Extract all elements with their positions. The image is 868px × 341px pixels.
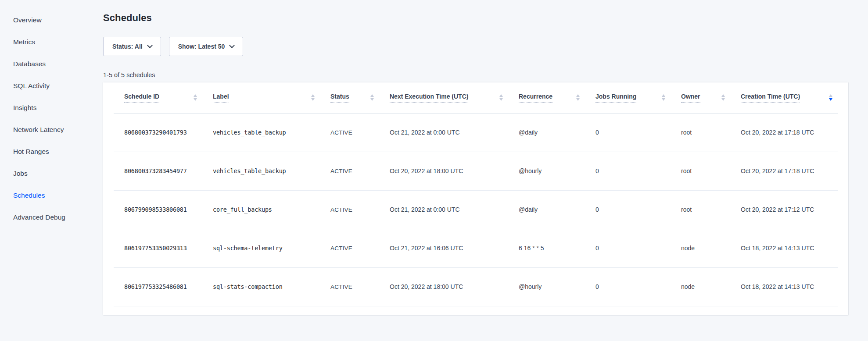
cell-recurrence: @daily bbox=[508, 190, 585, 229]
column-label: Creation Time (UTC) bbox=[741, 93, 800, 103]
cell-schedule-id: 806197753325486081 bbox=[114, 267, 202, 306]
cell-owner: node bbox=[671, 267, 730, 306]
cell-status: ACTIVE bbox=[320, 229, 379, 267]
sort-icon bbox=[576, 94, 580, 101]
cell-recurrence: @daily bbox=[508, 113, 585, 152]
cell-status: ACTIVE bbox=[320, 190, 379, 229]
column-header-owner[interactable]: Owner bbox=[671, 82, 730, 113]
sort-up-arrow bbox=[829, 94, 832, 97]
sort-down-arrow bbox=[721, 98, 725, 101]
cell-recurrence: 6 16 * * 5 bbox=[508, 229, 585, 267]
column-header-status[interactable]: Status bbox=[320, 82, 379, 113]
column-header-label[interactable]: Label bbox=[202, 82, 320, 113]
sort-up-arrow bbox=[721, 94, 725, 97]
table-row: 806197753350029313sql-schema-telemetryAC… bbox=[114, 229, 838, 267]
sort-icon bbox=[370, 94, 374, 101]
sort-up-arrow bbox=[499, 94, 503, 97]
sidebar-item-schedules[interactable]: Schedules bbox=[13, 185, 97, 206]
cell-recurrence: @hourly bbox=[508, 152, 585, 190]
table-row: 806800373283454977vehicles_table_backupA… bbox=[114, 152, 838, 190]
show-filter-dropdown[interactable]: Show: Latest 50 bbox=[169, 37, 244, 56]
cell-next-execution-time: Oct 20, 2022 at 18:00 UTC bbox=[379, 152, 508, 190]
cell-jobs-running: 0 bbox=[585, 113, 671, 152]
page-title: Schedules bbox=[103, 13, 848, 23]
sidebar-item-insights[interactable]: Insights bbox=[13, 97, 97, 119]
cell-creation-time: Oct 20, 2022 at 17:18 UTC bbox=[730, 113, 838, 152]
cell-label: core_full_backups bbox=[202, 190, 320, 229]
sort-down-arrow bbox=[576, 98, 580, 101]
sort-icon bbox=[829, 94, 832, 101]
cell-jobs-running: 0 bbox=[585, 190, 671, 229]
sort-down-arrow bbox=[662, 98, 665, 101]
sidebar-item-databases[interactable]: Databases bbox=[13, 53, 97, 75]
schedules-card: Schedule IDLabelStatusNext Execution Tim… bbox=[103, 82, 848, 315]
column-label: Owner bbox=[681, 93, 700, 103]
cell-label: sql-schema-telemetry bbox=[202, 229, 320, 267]
cell-status: ACTIVE bbox=[320, 152, 379, 190]
column-label: Status bbox=[330, 93, 349, 103]
cell-label: vehicles_table_backup bbox=[202, 152, 320, 190]
sort-down-arrow bbox=[829, 98, 832, 101]
status-filter-dropdown[interactable]: Status: All bbox=[103, 37, 161, 56]
main-content: Schedules Status: All Show: Latest 50 1-… bbox=[103, 0, 848, 315]
cell-schedule-id: 806800373290401793 bbox=[114, 113, 202, 152]
cell-schedule-id: 806799098533806081 bbox=[114, 190, 202, 229]
sort-icon bbox=[311, 94, 315, 101]
column-label: Recurrence bbox=[519, 93, 552, 103]
cell-creation-time: Oct 20, 2022 at 17:12 UTC bbox=[730, 190, 838, 229]
cell-creation-time: Oct 20, 2022 at 17:18 UTC bbox=[730, 152, 838, 190]
cell-recurrence: @hourly bbox=[508, 267, 585, 306]
cell-jobs-running: 0 bbox=[585, 229, 671, 267]
sidebar-item-advanced-debug[interactable]: Advanced Debug bbox=[13, 206, 97, 228]
table-row: 806799098533806081core_full_backupsACTIV… bbox=[114, 190, 838, 229]
cell-status: ACTIVE bbox=[320, 113, 379, 152]
cell-jobs-running: 0 bbox=[585, 267, 671, 306]
sort-down-arrow bbox=[194, 98, 197, 101]
column-header-next-execution-time-utc[interactable]: Next Execution Time (UTC) bbox=[379, 82, 508, 113]
cell-creation-time: Oct 18, 2022 at 14:13 UTC bbox=[730, 267, 838, 306]
cell-creation-time: Oct 18, 2022 at 14:13 UTC bbox=[730, 229, 838, 267]
column-label: Next Execution Time (UTC) bbox=[390, 93, 468, 103]
cell-owner: root bbox=[671, 113, 730, 152]
table-header-row: Schedule IDLabelStatusNext Execution Tim… bbox=[114, 82, 838, 113]
column-header-jobs-running[interactable]: Jobs Running bbox=[585, 82, 671, 113]
sort-up-arrow bbox=[311, 94, 315, 97]
sort-icon bbox=[721, 94, 725, 101]
column-label: Schedule ID bbox=[124, 93, 159, 103]
sidebar-item-jobs[interactable]: Jobs bbox=[13, 163, 97, 185]
sidebar-item-hot-ranges[interactable]: Hot Ranges bbox=[13, 141, 97, 163]
sidebar-item-overview[interactable]: Overview bbox=[13, 9, 97, 31]
cell-schedule-id: 806197753350029313 bbox=[114, 229, 202, 267]
show-filter-label: Show: Latest 50 bbox=[178, 43, 225, 50]
cell-label: vehicles_table_backup bbox=[202, 113, 320, 152]
cell-jobs-running: 0 bbox=[585, 152, 671, 190]
sidebar-item-metrics[interactable]: Metrics bbox=[13, 31, 97, 53]
cell-next-execution-time: Oct 21, 2022 at 0:00 UTC bbox=[379, 113, 508, 152]
sidebar-item-sql-activity[interactable]: SQL Activity bbox=[13, 75, 97, 97]
cell-owner: root bbox=[671, 190, 730, 229]
table-header: Schedule IDLabelStatusNext Execution Tim… bbox=[114, 82, 838, 113]
sort-icon bbox=[194, 94, 197, 101]
column-label: Jobs Running bbox=[595, 93, 636, 103]
cell-next-execution-time: Oct 21, 2022 at 0:00 UTC bbox=[379, 190, 508, 229]
cell-next-execution-time: Oct 21, 2022 at 16:06 UTC bbox=[379, 229, 508, 267]
chevron-down-icon bbox=[229, 43, 235, 48]
column-header-creation-time-utc[interactable]: Creation Time (UTC) bbox=[730, 82, 838, 113]
sort-down-arrow bbox=[370, 98, 374, 101]
sidebar-item-network-latency[interactable]: Network Latency bbox=[13, 119, 97, 141]
table-row: 806800373290401793vehicles_table_backupA… bbox=[114, 113, 838, 152]
column-header-schedule-id[interactable]: Schedule ID bbox=[114, 82, 202, 113]
status-filter-label: Status: All bbox=[112, 43, 143, 50]
chevron-down-icon bbox=[147, 43, 153, 48]
table-row: 806197753325486081sql-stats-compactionAC… bbox=[114, 267, 838, 306]
sort-up-arrow bbox=[370, 94, 374, 97]
filters-bar: Status: All Show: Latest 50 bbox=[103, 37, 848, 56]
cell-owner: root bbox=[671, 152, 730, 190]
column-header-recurrence[interactable]: Recurrence bbox=[508, 82, 585, 113]
sort-icon bbox=[499, 94, 503, 101]
sort-down-arrow bbox=[311, 98, 315, 101]
cell-next-execution-time: Oct 20, 2022 at 18:00 UTC bbox=[379, 267, 508, 306]
sidebar: OverviewMetricsDatabasesSQL ActivityInsi… bbox=[13, 9, 97, 228]
cell-status: ACTIVE bbox=[320, 267, 379, 306]
sort-up-arrow bbox=[576, 94, 580, 97]
